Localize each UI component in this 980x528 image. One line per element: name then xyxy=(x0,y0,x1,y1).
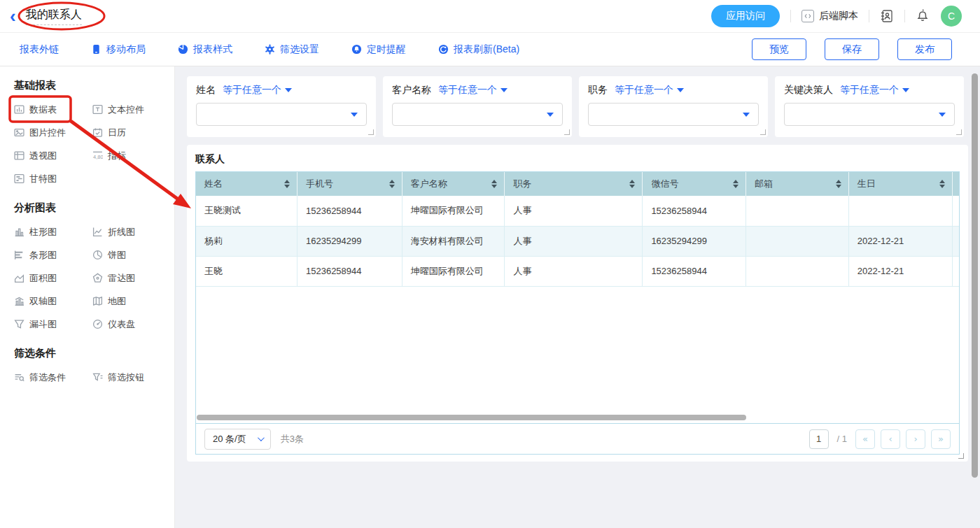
preview-button[interactable]: 预览 xyxy=(752,38,806,60)
sidebar-item-label: 饼图 xyxy=(108,249,126,262)
chevron-down-icon xyxy=(939,113,946,117)
tab-filter-settings[interactable]: 筛选设置 xyxy=(265,43,319,56)
table-widget-frame: 姓名 手机号 客户名称 职务 微信号 邮箱 生日 性别 xyxy=(195,171,960,455)
app-access-button[interactable]: 应用访问 xyxy=(711,5,780,27)
report-title[interactable]: 我的联系人 xyxy=(26,8,82,25)
tab-timed-reminder[interactable]: 定时提醒 xyxy=(351,43,406,56)
sort-icon[interactable] xyxy=(491,180,497,188)
map-icon xyxy=(92,296,103,306)
sort-icon[interactable] xyxy=(836,180,841,188)
tab-label: 移动布局 xyxy=(106,43,146,56)
tab-report-style[interactable]: 报表样式 xyxy=(178,43,232,56)
column-header-mobile[interactable]: 手机号 xyxy=(297,172,402,196)
sidebar-item-area-chart[interactable]: 面积图 xyxy=(14,266,92,290)
contacts-book-icon[interactable] xyxy=(880,9,894,23)
page-size-value: 20 条/页 xyxy=(213,433,246,445)
chevron-down-icon xyxy=(285,88,292,92)
filter-label: 关键决策人 xyxy=(784,84,833,97)
column-header-email[interactable]: 邮箱 xyxy=(746,172,849,196)
prev-page-button[interactable]: ‹ xyxy=(881,429,900,449)
section-title-basic-reports: 基础报表 xyxy=(14,79,174,92)
filter-widget-key-decision-maker[interactable]: 关键决策人 等于任意一个 xyxy=(775,76,964,137)
contacts-table-widget[interactable]: 联系人 姓名 手机号 客户名称 职务 微信号 邮箱 xyxy=(187,145,968,462)
sidebar-item-filter-button[interactable]: 筛选按钮 xyxy=(92,366,171,389)
user-avatar[interactable]: C xyxy=(941,6,962,27)
backend-script-label: 后端脚本 xyxy=(819,10,858,22)
filter-condition-selector[interactable]: 等于任意一个 xyxy=(438,84,507,97)
sidebar-item-radar-chart[interactable]: 雷达图 xyxy=(92,266,171,290)
area-chart-icon xyxy=(14,273,24,283)
sidebar-item-image-widget[interactable]: 图片控件 xyxy=(14,121,92,144)
filter-widget-job-title[interactable]: 职务 等于任意一个 xyxy=(579,76,768,137)
chevron-down-icon xyxy=(902,88,909,92)
sort-icon[interactable] xyxy=(939,180,945,188)
filter-condition-selector[interactable]: 等于任意一个 xyxy=(223,84,292,97)
toolbar-actions: 预览 保存 发布 xyxy=(752,38,952,60)
filter-value-select[interactable] xyxy=(196,103,367,126)
sort-icon[interactable] xyxy=(629,180,635,188)
sidebar-item-column-chart[interactable]: 柱形图 xyxy=(14,220,92,243)
last-page-button[interactable]: » xyxy=(931,429,951,449)
tab-report-refresh[interactable]: 报表刷新(Beta) xyxy=(438,43,519,56)
filter-condition-text: 等于任意一个 xyxy=(438,84,497,97)
column-header-customer[interactable]: 客户名称 xyxy=(402,172,505,196)
column-header-job[interactable]: 职务 xyxy=(505,172,643,196)
sort-icon[interactable] xyxy=(284,180,290,188)
table-title: 联系人 xyxy=(195,153,960,166)
sidebar-item-label: 图片控件 xyxy=(29,127,66,139)
tab-report-link[interactable]: 报表外链 xyxy=(20,43,59,56)
total-count: 共3条 xyxy=(281,433,304,445)
sidebar-item-map[interactable]: 地图 xyxy=(92,290,171,313)
sidebar-item-pie-chart[interactable]: 饼图 xyxy=(92,243,171,266)
sidebar-item-text-widget[interactable]: 文本控件 xyxy=(92,98,171,121)
backend-script-button[interactable]: 后端脚本 xyxy=(802,10,858,22)
filter-widget-name[interactable]: 姓名 等于任意一个 xyxy=(187,76,376,137)
canvas-scrollbar-vertical[interactable] xyxy=(972,73,978,478)
bar-chart-icon xyxy=(14,250,24,260)
table-scrollbar-horizontal[interactable] xyxy=(197,415,746,420)
current-page-input[interactable]: 1 xyxy=(809,429,829,449)
sidebar-item-label: 双轴图 xyxy=(29,295,57,308)
sidebar-item-gauge[interactable]: 仪表盘 xyxy=(92,313,171,336)
filter-value-select[interactable] xyxy=(588,103,759,126)
calendar-icon xyxy=(92,127,103,138)
sidebar-item-gantt[interactable]: 甘特图 xyxy=(14,167,92,190)
filter-condition-selector[interactable]: 等于任意一个 xyxy=(615,84,684,97)
sidebar-item-funnel-chart[interactable]: 漏斗图 xyxy=(14,313,92,336)
sort-icon[interactable] xyxy=(733,180,738,188)
sidebar-item-metric[interactable]: 4,80 指标 xyxy=(92,144,171,167)
sidebar-item-line-chart[interactable]: 折线图 xyxy=(92,220,171,243)
back-icon[interactable]: ‹ xyxy=(10,7,16,25)
sidebar-item-calendar[interactable]: 日历 xyxy=(92,121,171,144)
resize-handle[interactable] xyxy=(958,453,964,459)
filter-label: 客户名称 xyxy=(392,84,431,97)
sidebar-item-data-table[interactable]: 数据表 xyxy=(14,98,92,121)
next-page-button[interactable]: › xyxy=(906,429,925,449)
save-button[interactable]: 保存 xyxy=(825,38,879,60)
report-canvas: 姓名 等于任意一个 客户名称 等于任意一个 xyxy=(175,66,980,528)
filter-condition-selector[interactable]: 等于任意一个 xyxy=(840,84,909,97)
sidebar-item-pivot-table[interactable]: 透视图 xyxy=(14,144,92,167)
column-header-name[interactable]: 姓名 xyxy=(196,172,297,196)
metric-icon: 4,80 xyxy=(92,150,103,161)
notification-bell-icon[interactable] xyxy=(916,9,930,23)
table-row[interactable]: 王晓测试15236258944 坤曜国际有限公司人事 15236258944 xyxy=(196,196,959,226)
page-size-select[interactable]: 20 条/页 xyxy=(204,429,271,450)
sidebar-item-label: 文本控件 xyxy=(108,104,144,116)
sidebar-item-bar-chart[interactable]: 条形图 xyxy=(14,243,92,266)
filter-widget-customer-name[interactable]: 客户名称 等于任意一个 xyxy=(383,76,572,137)
report-toolbar: 报表外链 移动布局 报表样式 筛选设置 定时提醒 xyxy=(0,33,980,66)
first-page-button[interactable]: « xyxy=(855,429,875,449)
table-row[interactable]: 王晓15236258944 坤曜国际有限公司人事 15236258944 202… xyxy=(196,256,959,286)
publish-button[interactable]: 发布 xyxy=(897,38,952,60)
table-row[interactable]: 杨莉16235294299 海安材料有限公司人事 16235294299 202… xyxy=(196,226,959,256)
column-header-birthday[interactable]: 生日 xyxy=(848,172,953,196)
sidebar-item-filter-condition[interactable]: 筛选条件 xyxy=(14,366,92,389)
sidebar-item-dual-axis-chart[interactable]: 双轴图 xyxy=(14,290,92,313)
column-header-gender[interactable]: 性别 xyxy=(953,172,959,196)
tab-mobile-layout[interactable]: 移动布局 xyxy=(91,43,146,56)
sort-icon[interactable] xyxy=(389,180,395,188)
column-header-wechat[interactable]: 微信号 xyxy=(643,172,746,196)
filter-value-select[interactable] xyxy=(392,103,563,126)
filter-value-select[interactable] xyxy=(784,103,955,126)
